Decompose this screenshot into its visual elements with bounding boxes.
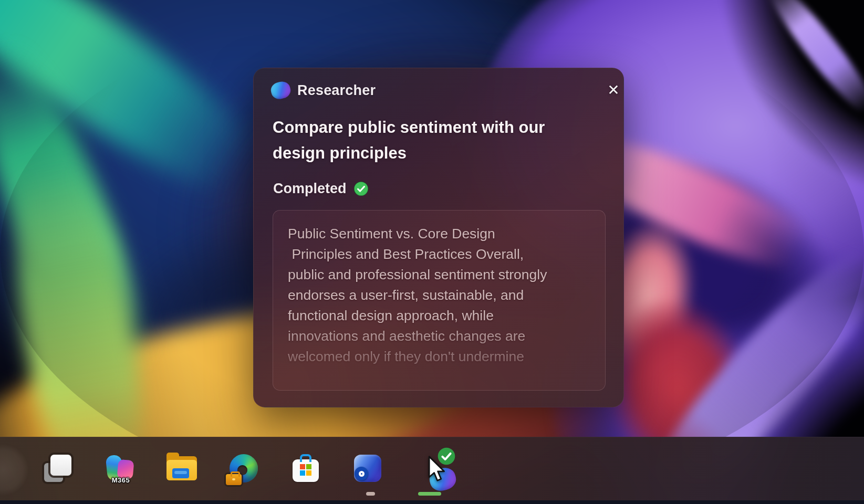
taskbar-button-m365-copilot[interactable]: M365 [102,450,138,486]
result-line: innovations and aesthetic changes are [288,326,590,346]
researcher-notification-card[interactable]: Researcher ✕ Compare public sentiment wi… [253,68,624,407]
desktop-screen: Researcher ✕ Compare public sentiment wi… [0,0,864,504]
screen-bottom-strip [0,500,864,504]
result-line: public and professional sentiment strong… [288,265,590,285]
taskbar: M365 [0,437,864,500]
notification-header: Researcher ✕ [271,80,608,100]
close-icon: ✕ [607,81,619,99]
m365-badge-label: M365 [105,476,137,484]
result-line: Public Sentiment vs. Core Design [288,224,590,244]
taskbar-button-outlook[interactable] [350,450,386,486]
researcher-active-indicator [418,492,441,496]
folder-icon [166,456,197,480]
taskbar-button-file-explorer[interactable] [164,450,200,486]
taskbar-button-researcher[interactable] [412,450,447,486]
task-view-icon [43,454,72,483]
outlook-icon [353,454,382,482]
outlook-running-indicator [366,492,375,496]
taskbar-left-glow [0,445,28,495]
taskbar-button-task-view[interactable] [40,450,76,486]
result-line: endorses a user-first, sustainable, and [288,285,590,306]
result-preview-panel[interactable]: Public Sentiment vs. Core Design Princip… [273,210,606,391]
result-preview-text: Public Sentiment vs. Core Design Princip… [273,211,605,390]
close-button[interactable]: ✕ [604,80,623,99]
status-row: Completed [273,181,369,197]
m365-copilot-icon: M365 [105,453,135,484]
edge-icon [230,454,258,482]
researcher-logo-icon [269,80,293,101]
cursor-arrow [428,455,449,484]
result-line: welcomed only if they don't undermine [288,346,590,367]
result-line: Principles and Best Practices Overall, [288,244,590,265]
work-briefcase-icon [226,474,242,485]
result-line: functional design approach, while [288,306,590,326]
taskbar-button-microsoft-edge[interactable] [226,450,262,486]
status-label: Completed [273,181,347,197]
store-icon [292,455,320,482]
notification-title: Compare public sentiment with our design… [273,114,588,166]
notification-app-name: Researcher [297,82,376,99]
taskbar-button-microsoft-store[interactable] [288,450,324,486]
check-circle-icon [353,181,369,196]
